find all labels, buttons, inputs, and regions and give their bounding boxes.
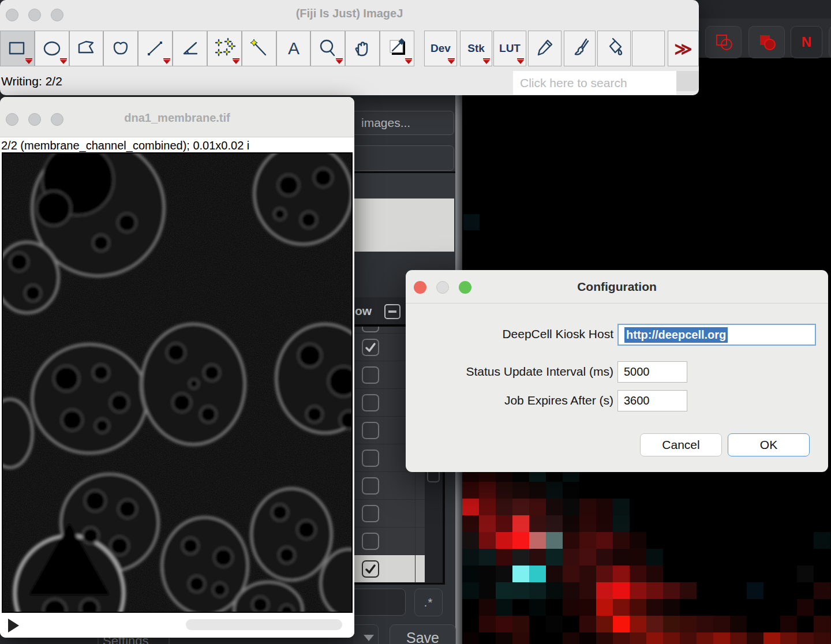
shapes-filled-button[interactable]: [748, 26, 785, 58]
screen: N images... ow .* Save: [0, 0, 831, 644]
configuration-dialog: Configuration DeepCell Kiosk Host http:/…: [406, 270, 828, 472]
angle-tool[interactable]: [173, 31, 207, 66]
brush-icon: [568, 36, 592, 61]
stk-menu-label: Stk: [467, 42, 485, 55]
interval-input[interactable]: 5000: [617, 361, 687, 383]
row-checkbox[interactable]: [362, 505, 379, 522]
row-checkbox[interactable]: [362, 339, 379, 356]
polygon-tool[interactable]: [69, 31, 104, 66]
freehand-tool[interactable]: [103, 31, 138, 66]
interval-value: 5000: [624, 365, 650, 379]
regex-button[interactable]: .*: [414, 589, 443, 616]
lut-menu-button[interactable]: LUT: [493, 31, 526, 66]
row-checkbox[interactable]: [362, 366, 379, 384]
line-tool[interactable]: [138, 31, 173, 66]
images-button-label: images...: [361, 116, 410, 130]
row-checkbox[interactable]: [362, 327, 379, 332]
tool-options-icon: [163, 60, 170, 64]
hidden-button[interactable]: [347, 145, 454, 171]
row-checkbox[interactable]: [362, 477, 379, 495]
imagej-status-text: Writing: 2/2: [1, 74, 62, 88]
pencil-tool[interactable]: [528, 31, 562, 66]
row-checkbox[interactable]: [362, 422, 379, 439]
oval-tool[interactable]: [35, 31, 69, 66]
faint-pixel: [463, 214, 480, 230]
wand-tool[interactable]: [242, 31, 276, 66]
panel-light-block: [353, 199, 454, 252]
image-window-titlebar[interactable]: dna1_membrane.tif: [0, 97, 354, 137]
interval-label: Status Update Interval (ms): [429, 365, 613, 379]
zoom-tool[interactable]: [310, 31, 345, 66]
expires-label: Job Expires After (s): [429, 394, 613, 407]
brush-tool[interactable]: [564, 31, 596, 66]
host-input[interactable]: http://deepcell.org: [617, 324, 816, 346]
ok-button[interactable]: OK: [728, 433, 810, 456]
image-window: dna1_membrane.tif 2/2 (membrane_channel_…: [0, 97, 354, 638]
menu-options-icon: [517, 60, 524, 64]
row-checkbox[interactable]: [362, 560, 379, 578]
microscopy-image[interactable]: [2, 152, 353, 613]
show-column-header: ow: [355, 304, 372, 318]
tool-options-icon: [405, 60, 412, 64]
play-icon[interactable]: [8, 619, 19, 632]
pencil-icon: [533, 36, 556, 61]
image-window-bottom-bar: [0, 613, 354, 638]
tool-options-icon: [60, 60, 67, 64]
image-window-title: dna1_membrane.tif: [0, 111, 354, 125]
search-input[interactable]: [513, 71, 676, 95]
empty-tool-slot[interactable]: [632, 31, 665, 66]
imagej-window: (Fiji Is Just) ImageJ: [0, 0, 699, 95]
host-label: DeepCell Kiosk Host: [429, 327, 613, 341]
stk-menu-button[interactable]: Stk: [460, 31, 492, 66]
table-row[interactable]: [353, 472, 425, 500]
selected-text: http://deepcell.org: [624, 327, 728, 343]
shapes-filled-icon: [755, 31, 778, 54]
dev-menu-label: Dev: [431, 42, 451, 55]
tool-options-icon: [25, 60, 32, 64]
dialog-titlebar[interactable]: Configuration: [406, 270, 828, 304]
n-button-label: N: [802, 34, 811, 50]
collapse-minus-button[interactable]: [384, 304, 400, 319]
hand-tool[interactable]: [345, 31, 380, 66]
partial-button[interactable]: [829, 26, 831, 58]
image-status-text: 2/2 (membrane_channel_combined); 0.01x0.…: [1, 139, 354, 152]
fill-tool[interactable]: [597, 31, 631, 66]
table-row[interactable]: [353, 527, 425, 555]
text-tool[interactable]: A: [276, 31, 311, 66]
imagej-toolbar: A: [0, 31, 414, 66]
rectangle-tool[interactable]: [0, 31, 35, 66]
imagej-window-title: (Fiji Is Just) ImageJ: [0, 7, 699, 20]
window-resize-grip[interactable]: [676, 71, 699, 91]
chevron-down-icon: [364, 635, 374, 641]
double-chevron-icon: ≫: [674, 39, 692, 59]
table-row[interactable]: [353, 555, 425, 583]
table-row[interactable]: [353, 500, 425, 527]
svg-text:A: A: [288, 39, 300, 58]
shapes-outline-icon: [712, 31, 735, 54]
save-button[interactable]: Save: [390, 624, 456, 644]
cancel-button-label: Cancel: [662, 438, 699, 452]
row-checkbox[interactable]: [362, 394, 379, 411]
expires-input[interactable]: 3600: [617, 390, 687, 411]
ok-button-label: OK: [760, 438, 777, 452]
save-button-label: Save: [406, 630, 439, 644]
zoomed-pixel-image: [462, 465, 831, 644]
images-button[interactable]: images...: [347, 111, 454, 135]
row-checkbox[interactable]: [362, 533, 379, 550]
expires-value: 3600: [624, 394, 650, 407]
n-button[interactable]: N: [791, 26, 822, 58]
panel-band: [353, 173, 455, 199]
cancel-button[interactable]: Cancel: [640, 433, 722, 456]
row-checkbox[interactable]: [362, 450, 379, 467]
point-tool[interactable]: [207, 31, 242, 66]
dev-menu-button[interactable]: Dev: [424, 31, 457, 66]
tool-options-icon: [336, 60, 343, 64]
menu-options-icon: [448, 60, 455, 64]
dialog-title: Configuration: [406, 280, 828, 294]
more-tools-button[interactable]: ≫: [668, 31, 699, 66]
horizontal-scrollbar-thumb[interactable]: [186, 619, 342, 630]
color-picker-tool[interactable]: [380, 31, 414, 66]
regex-button-label: .*: [424, 596, 433, 609]
table-border-bottom: [353, 583, 445, 585]
shapes-outline-button[interactable]: [705, 26, 742, 58]
